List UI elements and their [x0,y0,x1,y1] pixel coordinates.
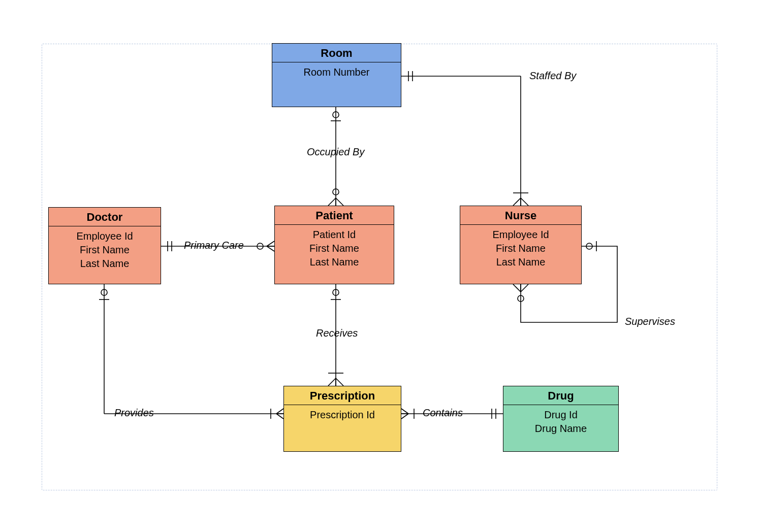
entity-prescription-title: Prescription [284,386,401,405]
rel-staffed-by: Staffed By [529,70,576,82]
rel-provides: Provides [114,407,154,419]
entity-room-title: Room [272,44,401,62]
entity-doctor-attr: Last Name [53,257,156,271]
entity-nurse-title: Nurse [460,206,581,225]
entity-doctor-attr: First Name [53,243,156,257]
entity-nurse-attr: Last Name [464,255,577,269]
entity-doctor-title: Doctor [49,208,161,226]
entity-drug[interactable]: Drug Drug Id Drug Name [503,386,619,452]
entity-room-attr: Room Number [276,65,397,79]
entity-prescription[interactable]: Prescription Prescription Id [283,386,401,452]
rel-primary-care: Primary Care [184,240,244,251]
entity-patient-attr: First Name [279,242,390,255]
entity-room[interactable]: Room Room Number [272,43,401,107]
entity-nurse[interactable]: Nurse Employee Id First Name Last Name [460,206,582,284]
rel-contains: Contains [423,407,463,419]
entity-patient-attr: Patient Id [279,228,390,242]
entity-nurse-attr: Employee Id [464,228,577,242]
entity-drug-title: Drug [503,386,618,405]
entity-drug-attr: Drug Id [508,408,614,422]
rel-supervises: Supervises [625,316,675,327]
entity-prescription-attr: Prescription Id [288,408,397,422]
entity-patient-attr: Last Name [279,255,390,269]
entity-drug-attr: Drug Name [508,422,614,436]
entity-doctor[interactable]: Doctor Employee Id First Name Last Name [48,207,161,284]
rel-receives: Receives [316,327,358,339]
entity-patient-title: Patient [275,206,394,225]
entity-nurse-attr: First Name [464,242,577,255]
entity-patient[interactable]: Patient Patient Id First Name Last Name [274,206,394,284]
entity-doctor-attr: Employee Id [53,229,156,243]
rel-occupied-by: Occupied By [307,146,364,158]
